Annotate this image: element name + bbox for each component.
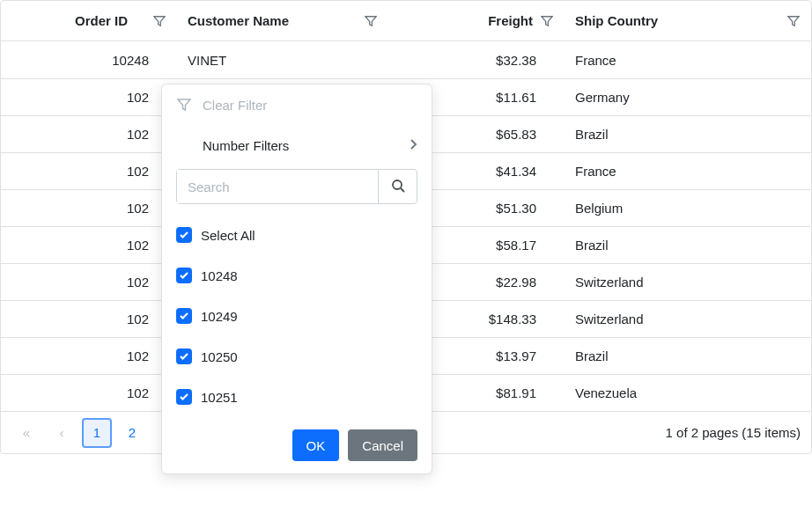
filter-clear-icon <box>176 97 192 113</box>
cell-country: Belgium <box>565 201 811 216</box>
cell-country: Venezuela <box>565 385 811 400</box>
check-item-select-all[interactable]: Select All <box>176 215 417 255</box>
search-icon <box>391 179 405 195</box>
cell-orderid: 102 <box>1 385 177 400</box>
cell-country: France <box>565 53 811 68</box>
table-row[interactable]: 10248VINET$32.38France <box>1 41 811 78</box>
checkbox-checked-icon[interactable] <box>176 389 192 405</box>
col-header-customer[interactable]: Customer Name <box>177 13 388 28</box>
svg-point-0 <box>393 180 402 189</box>
cell-customer: VINET <box>177 53 388 68</box>
filter-icon[interactable] <box>364 14 378 28</box>
col-label: Order ID <box>11 13 145 28</box>
cell-orderid: 102 <box>1 348 177 363</box>
cell-orderid: 102 <box>1 164 177 179</box>
cell-country: Brazil <box>565 127 811 142</box>
cell-orderid: 10248 <box>1 53 177 68</box>
pager-page-2[interactable]: 2 <box>117 418 147 448</box>
check-item[interactable]: 10250 <box>176 336 417 377</box>
cell-country: Switzerland <box>565 312 811 326</box>
cell-country: Switzerland <box>565 275 811 290</box>
cancel-button[interactable]: Cancel <box>348 429 417 461</box>
check-item[interactable]: 10248 <box>176 255 417 296</box>
search-input[interactable] <box>177 170 378 203</box>
col-header-country[interactable]: Ship Country <box>565 13 811 28</box>
col-header-orderid[interactable]: Order ID <box>1 13 177 28</box>
cell-freight: $32.38 <box>388 53 565 68</box>
clear-filter-label: Clear Filter <box>203 98 267 113</box>
cell-country: Germany <box>565 90 811 105</box>
filter-icon[interactable] <box>152 14 166 28</box>
checkbox-checked-icon[interactable] <box>176 308 192 324</box>
pager-first-button[interactable]: « <box>11 418 41 448</box>
cell-orderid: 102 <box>1 90 177 105</box>
filter-popup: Clear Filter Number Filters Select All 1… <box>161 84 432 474</box>
popup-footer: OK Cancel <box>162 417 432 473</box>
checkbox-checked-icon[interactable] <box>176 227 192 243</box>
checkbox-checked-icon[interactable] <box>176 348 192 364</box>
cell-orderid: 102 <box>1 238 177 253</box>
check-label: 10249 <box>201 309 238 324</box>
pager-info: 1 of 2 pages (15 items) <box>666 425 801 440</box>
checkbox-checked-icon[interactable] <box>176 268 192 283</box>
filter-checklist[interactable]: Select All 10248 10249 10250 10251 <box>162 215 432 417</box>
search-button[interactable] <box>378 170 417 203</box>
check-label: Select All <box>201 228 255 243</box>
ok-button[interactable]: OK <box>292 429 340 461</box>
col-label: Customer Name <box>188 13 364 28</box>
cell-orderid: 102 <box>1 127 177 142</box>
filter-icon[interactable] <box>786 14 801 28</box>
check-label: 10250 <box>201 349 238 364</box>
check-item[interactable]: 10249 <box>176 296 417 336</box>
check-item[interactable]: 10251 <box>176 377 417 417</box>
pager-prev-button[interactable]: ‹ <box>47 418 77 448</box>
cell-orderid: 102 <box>1 312 177 326</box>
chevron-right-icon <box>409 138 417 153</box>
col-label: Ship Country <box>575 13 786 28</box>
cell-orderid: 102 <box>1 275 177 290</box>
cell-country: Brazil <box>565 348 811 363</box>
filter-icon[interactable] <box>540 14 554 28</box>
cell-country: Brazil <box>565 238 811 253</box>
pager-page-1[interactable]: 1 <box>82 418 112 448</box>
col-label: Freight <box>399 13 533 28</box>
search-wrap <box>176 169 417 204</box>
number-filters-label: Number Filters <box>176 138 398 153</box>
col-header-freight[interactable]: Freight <box>388 13 565 28</box>
clear-filter-button[interactable]: Clear Filter <box>176 84 417 125</box>
number-filters-button[interactable]: Number Filters <box>176 125 417 165</box>
header-row: Order ID Customer Name Freight Ship Coun… <box>1 1 811 41</box>
cell-country: France <box>565 164 811 179</box>
check-label: 10248 <box>201 268 238 283</box>
cell-orderid: 102 <box>1 201 177 216</box>
check-label: 10251 <box>201 390 238 405</box>
